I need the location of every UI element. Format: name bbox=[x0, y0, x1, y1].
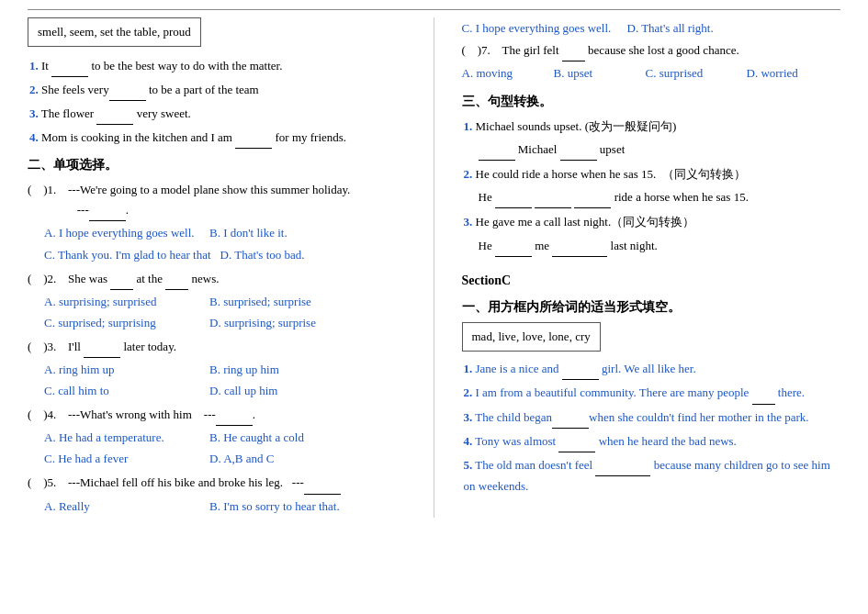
word-box: smell, seem, set the table, proud bbox=[28, 17, 415, 56]
section-c-box: mad, live, love, lone, cry bbox=[462, 322, 841, 359]
q2-choices: A. surprising; surprised B. surprised; s… bbox=[44, 292, 415, 312]
q4-choices-row2: C. He had a fever D. A,B and C bbox=[44, 449, 415, 469]
s3-q1: 1. Michael sounds upset. (改为一般疑问句) bbox=[462, 117, 841, 137]
section-two-title: 二、单项选择。 bbox=[28, 154, 415, 176]
q7-block: ( )7. The girl felt because she lost a g… bbox=[462, 40, 841, 61]
q4-block: ( )4. ---What's wrong with him --- . bbox=[28, 405, 415, 426]
q4-choices: A. He had a temperature. B. He caught a … bbox=[44, 428, 415, 448]
q7-choices: A. moving B. upset C. surprised D. worri… bbox=[462, 63, 841, 84]
q2-block: ( )2. She was at the news. bbox=[28, 269, 415, 290]
s3-q3-answer: He me last night. bbox=[479, 236, 841, 257]
section-c-label: SectionC bbox=[462, 270, 841, 292]
item-2: 2. She feels very to be a part of the te… bbox=[28, 80, 415, 101]
q1-choices-row2: C. Thank you. I'm glad to hear that D. T… bbox=[44, 245, 415, 265]
sc-item-5: 5. The old man doesn't feel because many… bbox=[462, 455, 841, 497]
s3-q1-answer: Michael upset bbox=[479, 140, 841, 161]
item-1: 1. It to be the best way to do with the … bbox=[28, 56, 415, 77]
s3-q2-answer: He ride a horse when he sas 15. bbox=[479, 187, 841, 208]
sc-item-1: 1. Jane is a nice and girl. We all like … bbox=[462, 359, 841, 380]
sc-item-3: 3. The child began when she couldn't fin… bbox=[462, 407, 841, 429]
q1-choices: A. I hope everything goes well. B. I don… bbox=[44, 223, 415, 243]
s3-q2: 2. He could ride a horse when he sas 15.… bbox=[462, 164, 841, 184]
s3-q3: 3. He gave me a call last night.（同义句转换） bbox=[462, 212, 841, 232]
sc-item-4: 4. Tony was almost when he heard the bad… bbox=[462, 431, 841, 452]
sc-item-2: 2. I am from a beautiful community. Ther… bbox=[462, 383, 841, 404]
q2-choices-row2: C. surprised; surprising D. surprising; … bbox=[44, 313, 415, 333]
section-c-subtitle: 一、用方框内所给词的适当形式填空。 bbox=[462, 296, 841, 318]
q5-choices: A. Really B. I'm so sorry to hear that. bbox=[44, 497, 415, 517]
section-three-title: 三、句型转换。 bbox=[462, 91, 841, 113]
item-4: 4. Mom is cooking in the kitchen and I a… bbox=[28, 128, 415, 149]
q3-choices: A. ring him up B. ring up him bbox=[44, 360, 415, 380]
q1-block: ( )1. ---We're going to a model plane sh… bbox=[28, 180, 415, 221]
item-3: 3. The flower very sweet. bbox=[28, 104, 415, 125]
q6-extra-choices: C. I hope everything goes well. D. That'… bbox=[462, 18, 841, 39]
q3-block: ( )3. I'll later today. bbox=[28, 337, 415, 358]
q3-choices-row2: C. call him to D. call up him bbox=[44, 381, 415, 401]
q5-block: ( )5. ---Michael fell off his bike and b… bbox=[28, 473, 415, 494]
